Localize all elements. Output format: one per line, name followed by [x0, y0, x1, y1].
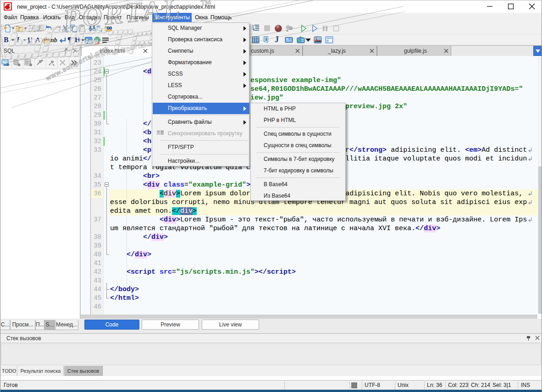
- svg-text:ac: ac: [99, 28, 102, 33]
- svg-text:1: 1: [265, 37, 267, 42]
- svg-text:ab: ab: [96, 24, 100, 28]
- svg-text:GEO: GEO: [95, 42, 100, 44]
